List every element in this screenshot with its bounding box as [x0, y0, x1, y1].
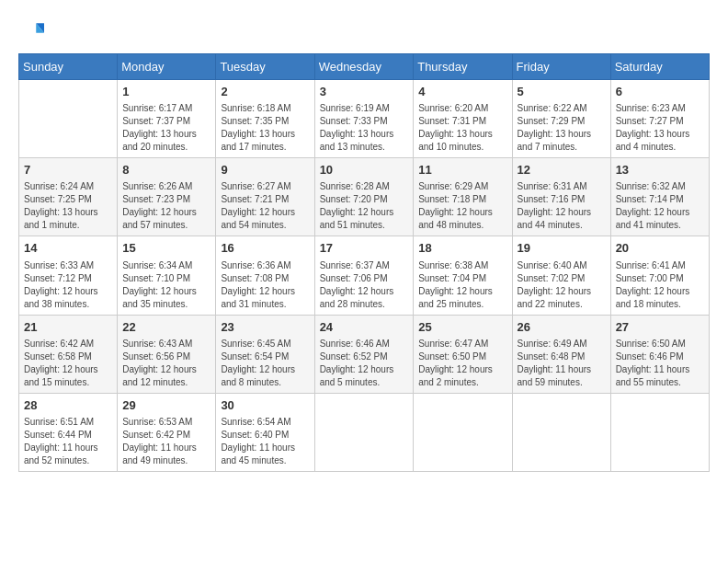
day-info: Sunrise: 6:17 AM Sunset: 7:37 PM Dayligh… [122, 102, 210, 154]
week-row-2: 7Sunrise: 6:24 AM Sunset: 7:25 PM Daylig… [19, 158, 710, 236]
calendar-cell: 2Sunrise: 6:18 AM Sunset: 7:35 PM Daylig… [216, 80, 314, 158]
calendar-cell: 30Sunrise: 6:54 AM Sunset: 6:40 PM Dayli… [216, 393, 314, 471]
day-info: Sunrise: 6:22 AM Sunset: 7:29 PM Dayligh… [518, 102, 606, 154]
day-number: 10 [320, 162, 409, 178]
calendar-cell: 26Sunrise: 6:49 AM Sunset: 6:48 PM Dayli… [512, 315, 610, 393]
day-info: Sunrise: 6:18 AM Sunset: 7:35 PM Dayligh… [221, 102, 309, 154]
day-info: Sunrise: 6:49 AM Sunset: 6:48 PM Dayligh… [518, 338, 606, 389]
calendar-cell: 20Sunrise: 6:41 AM Sunset: 7:00 PM Dayli… [610, 236, 709, 315]
calendar-cell: 19Sunrise: 6:40 AM Sunset: 7:02 PM Dayli… [512, 236, 610, 315]
day-info: Sunrise: 6:43 AM Sunset: 6:56 PM Dayligh… [122, 338, 210, 389]
calendar-cell [512, 393, 610, 471]
day-number: 15 [122, 240, 210, 257]
calendar-cell [19, 80, 118, 158]
day-info: Sunrise: 6:34 AM Sunset: 7:10 PM Dayligh… [122, 259, 210, 311]
calendar-cell: 3Sunrise: 6:19 AM Sunset: 7:33 PM Daylig… [314, 80, 414, 158]
column-header-friday: Friday [512, 54, 610, 80]
calendar-cell: 1Sunrise: 6:17 AM Sunset: 7:37 PM Daylig… [118, 80, 216, 158]
day-info: Sunrise: 6:41 AM Sunset: 7:00 PM Dayligh… [616, 259, 704, 311]
day-info: Sunrise: 6:46 AM Sunset: 6:52 PM Dayligh… [320, 338, 409, 389]
day-info: Sunrise: 6:31 AM Sunset: 7:16 PM Dayligh… [518, 180, 606, 232]
calendar-cell: 13Sunrise: 6:32 AM Sunset: 7:14 PM Dayli… [610, 158, 709, 236]
day-info: Sunrise: 6:54 AM Sunset: 6:40 PM Dayligh… [221, 416, 309, 467]
calendar-cell: 25Sunrise: 6:47 AM Sunset: 6:50 PM Dayli… [414, 315, 512, 393]
day-info: Sunrise: 6:37 AM Sunset: 7:06 PM Dayligh… [320, 259, 409, 311]
calendar-header-row: SundayMondayTuesdayWednesdayThursdayFrid… [19, 54, 710, 80]
calendar-cell: 29Sunrise: 6:53 AM Sunset: 6:42 PM Dayli… [118, 393, 216, 471]
day-info: Sunrise: 6:53 AM Sunset: 6:42 PM Dayligh… [122, 416, 210, 467]
day-number: 17 [320, 240, 409, 257]
day-number: 12 [518, 162, 606, 178]
week-row-5: 28Sunrise: 6:51 AM Sunset: 6:44 PM Dayli… [19, 393, 710, 471]
calendar-cell: 16Sunrise: 6:36 AM Sunset: 7:08 PM Dayli… [216, 236, 314, 315]
day-info: Sunrise: 6:19 AM Sunset: 7:33 PM Dayligh… [320, 102, 409, 154]
week-row-3: 14Sunrise: 6:33 AM Sunset: 7:12 PM Dayli… [19, 236, 710, 315]
day-number: 22 [122, 319, 210, 336]
day-info: Sunrise: 6:26 AM Sunset: 7:23 PM Dayligh… [122, 180, 210, 232]
day-number: 19 [518, 240, 606, 257]
calendar-table: SundayMondayTuesdayWednesdayThursdayFrid… [18, 53, 710, 472]
calendar-cell: 15Sunrise: 6:34 AM Sunset: 7:10 PM Dayli… [118, 236, 216, 315]
day-info: Sunrise: 6:28 AM Sunset: 7:20 PM Dayligh… [320, 180, 409, 232]
calendar-cell: 6Sunrise: 6:23 AM Sunset: 7:27 PM Daylig… [610, 80, 709, 158]
day-info: Sunrise: 6:40 AM Sunset: 7:02 PM Dayligh… [518, 259, 606, 311]
day-number: 23 [221, 319, 309, 336]
day-info: Sunrise: 6:51 AM Sunset: 6:44 PM Dayligh… [24, 416, 112, 467]
calendar-cell: 12Sunrise: 6:31 AM Sunset: 7:16 PM Dayli… [512, 158, 610, 236]
calendar-cell: 5Sunrise: 6:22 AM Sunset: 7:29 PM Daylig… [512, 80, 610, 158]
day-number: 27 [616, 319, 704, 336]
calendar-cell: 9Sunrise: 6:27 AM Sunset: 7:21 PM Daylig… [216, 158, 314, 236]
day-info: Sunrise: 6:32 AM Sunset: 7:14 PM Dayligh… [616, 180, 704, 232]
day-number: 11 [418, 162, 506, 178]
day-number: 14 [24, 240, 112, 257]
day-number: 25 [418, 319, 506, 336]
calendar-cell [610, 393, 709, 471]
day-number: 26 [518, 319, 606, 336]
day-info: Sunrise: 6:47 AM Sunset: 6:50 PM Dayligh… [418, 338, 506, 389]
day-number: 5 [518, 84, 606, 100]
calendar-cell: 7Sunrise: 6:24 AM Sunset: 7:25 PM Daylig… [19, 158, 118, 236]
week-row-1: 1Sunrise: 6:17 AM Sunset: 7:37 PM Daylig… [19, 80, 710, 158]
calendar-cell: 27Sunrise: 6:50 AM Sunset: 6:46 PM Dayli… [610, 315, 709, 393]
day-number: 20 [616, 240, 704, 257]
logo-icon [18, 18, 44, 44]
day-info: Sunrise: 6:38 AM Sunset: 7:04 PM Dayligh… [418, 259, 506, 311]
calendar-cell [314, 393, 414, 471]
column-header-wednesday: Wednesday [314, 54, 414, 80]
day-number: 3 [320, 84, 409, 100]
day-info: Sunrise: 6:27 AM Sunset: 7:21 PM Dayligh… [221, 180, 309, 232]
column-header-sunday: Sunday [19, 54, 118, 80]
day-number: 29 [122, 397, 210, 414]
column-header-saturday: Saturday [610, 54, 709, 80]
day-info: Sunrise: 6:29 AM Sunset: 7:18 PM Dayligh… [418, 180, 506, 232]
calendar-cell [414, 393, 512, 471]
day-info: Sunrise: 6:20 AM Sunset: 7:31 PM Dayligh… [418, 102, 506, 154]
calendar-cell: 18Sunrise: 6:38 AM Sunset: 7:04 PM Dayli… [414, 236, 512, 315]
page-header [18, 18, 710, 44]
calendar-cell: 23Sunrise: 6:45 AM Sunset: 6:54 PM Dayli… [216, 315, 314, 393]
day-number: 13 [616, 162, 704, 178]
day-number: 9 [221, 162, 309, 178]
day-number: 4 [418, 84, 506, 100]
day-number: 7 [24, 162, 112, 178]
calendar-cell: 28Sunrise: 6:51 AM Sunset: 6:44 PM Dayli… [19, 393, 118, 471]
day-number: 1 [122, 84, 210, 100]
day-number: 30 [221, 397, 309, 414]
day-number: 6 [616, 84, 704, 100]
column-header-monday: Monday [118, 54, 216, 80]
day-number: 16 [221, 240, 309, 257]
day-number: 18 [418, 240, 506, 257]
day-info: Sunrise: 6:50 AM Sunset: 6:46 PM Dayligh… [616, 338, 704, 389]
calendar-cell: 10Sunrise: 6:28 AM Sunset: 7:20 PM Dayli… [314, 158, 414, 236]
column-header-tuesday: Tuesday [216, 54, 314, 80]
day-number: 28 [24, 397, 112, 414]
day-info: Sunrise: 6:45 AM Sunset: 6:54 PM Dayligh… [221, 338, 309, 389]
column-header-thursday: Thursday [414, 54, 512, 80]
day-number: 2 [221, 84, 309, 100]
calendar-cell: 8Sunrise: 6:26 AM Sunset: 7:23 PM Daylig… [118, 158, 216, 236]
calendar-cell: 17Sunrise: 6:37 AM Sunset: 7:06 PM Dayli… [314, 236, 414, 315]
day-number: 8 [122, 162, 210, 178]
calendar-cell: 22Sunrise: 6:43 AM Sunset: 6:56 PM Dayli… [118, 315, 216, 393]
calendar-cell: 21Sunrise: 6:42 AM Sunset: 6:58 PM Dayli… [19, 315, 118, 393]
logo [18, 18, 48, 44]
